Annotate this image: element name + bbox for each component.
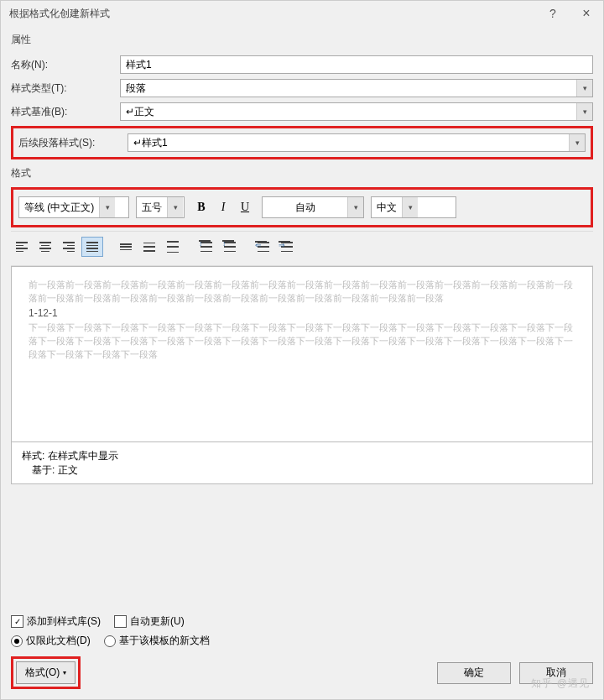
preview-after: 下一段落下一段落下一段落下一段落下一段落下一段落下一段落下一段落下一段落下一段落… — [29, 321, 575, 362]
italic-button[interactable]: I — [213, 198, 233, 217]
align-center-button[interactable] — [34, 237, 56, 257]
font-family-select[interactable]: 等线 (中文正文) ▾ — [18, 196, 129, 218]
cancel-button[interactable]: 取消 — [519, 662, 593, 684]
chevron-down-icon: ▾ — [402, 197, 418, 217]
space-after-button[interactable]: ↕ — [219, 237, 241, 257]
ok-button[interactable]: 确定 — [437, 662, 511, 684]
align-right-button[interactable] — [58, 237, 80, 257]
group-format: 格式 — [11, 163, 593, 184]
increase-indent-button[interactable]: ⇒ — [276, 237, 298, 257]
create-style-dialog: 根据格式化创建新样式 ? × 属性 名称(N): 样式类型(T): 段落 ▾ 样… — [0, 0, 604, 700]
following-style-label: 后续段落样式(S): — [18, 136, 128, 150]
line-spacing-1-button[interactable] — [115, 237, 137, 257]
chevron-down-icon: ▾ — [576, 103, 592, 120]
underline-button[interactable]: U — [235, 198, 255, 217]
radio-icon — [104, 635, 116, 647]
preview-sample: 1-12-1 — [29, 306, 575, 321]
new-docs-radio[interactable]: 基于该模板的新文档 — [104, 634, 210, 648]
format-button-highlight: 格式(O) ▾ — [11, 656, 81, 689]
align-justify-button[interactable] — [81, 237, 103, 257]
help-button[interactable]: ? — [536, 1, 570, 26]
name-label: 名称(N): — [11, 58, 120, 72]
format-dropdown-button[interactable]: 格式(O) ▾ — [16, 661, 76, 684]
following-style-highlight: 后续段落样式(S): ↵样式1 ▾ — [11, 126, 593, 159]
only-this-doc-radio[interactable]: 仅限此文档(D) — [11, 634, 91, 648]
space-before-button[interactable]: ↕ — [195, 237, 217, 257]
preview-before: 前一段落前一段落前一段落前一段落前一段落前一段落前一段落前一段落前一段落前一段落… — [29, 279, 575, 306]
chevron-down-icon: ▾ — [347, 197, 363, 217]
radio-icon — [11, 635, 23, 647]
script-select[interactable]: 中文 ▾ — [371, 196, 456, 218]
close-button[interactable]: × — [570, 1, 603, 26]
font-size-select[interactable]: 五号 ▾ — [136, 196, 185, 218]
preview-pane: 前一段落前一段落前一段落前一段落前一段落前一段落前一段落前一段落前一段落前一段落… — [11, 266, 593, 442]
bold-button[interactable]: B — [191, 198, 211, 217]
following-style-select[interactable]: ↵样式1 ▾ — [128, 133, 586, 152]
style-type-label: 样式类型(T): — [11, 81, 120, 96]
style-based-select[interactable]: ↵正文 ▾ — [120, 102, 593, 121]
chevron-down-icon: ▾ — [99, 197, 115, 217]
chevron-down-icon: ▾ — [569, 134, 585, 151]
decrease-indent-button[interactable]: ⇐ — [253, 237, 274, 257]
align-left-button[interactable] — [11, 237, 33, 257]
group-properties: 属性 — [11, 29, 593, 50]
line-spacing-2-button[interactable] — [162, 237, 184, 257]
paragraph-toolbar: ↕ ↕ ⇐ ⇒ — [11, 231, 593, 266]
checkbox-icon — [114, 615, 127, 628]
checkbox-icon: ✓ — [11, 615, 23, 628]
style-type-select[interactable]: 段落 ▾ — [120, 79, 593, 97]
add-to-gallery-checkbox[interactable]: ✓ 添加到样式库(S) — [11, 614, 101, 629]
chevron-down-icon: ▾ — [576, 80, 592, 97]
style-description: 样式: 在样式库中显示 基于: 正文 — [11, 442, 593, 484]
titlebar: 根据格式化创建新样式 ? × — [1, 1, 603, 26]
auto-update-checkbox[interactable]: 自动更新(U) — [114, 614, 185, 629]
format-toolbar-highlight: 等线 (中文正文) ▾ 五号 ▾ B I U 自动 ▾ 中文 — [11, 187, 593, 227]
chevron-down-icon: ▾ — [167, 197, 183, 217]
font-color-select[interactable]: 自动 ▾ — [262, 196, 364, 218]
line-spacing-1-5-button[interactable] — [138, 237, 160, 257]
dropdown-caret-icon: ▾ — [63, 669, 66, 676]
style-based-label: 样式基准(B): — [11, 105, 120, 119]
name-input[interactable] — [120, 55, 593, 74]
dialog-title: 根据格式化创建新样式 — [9, 7, 536, 21]
